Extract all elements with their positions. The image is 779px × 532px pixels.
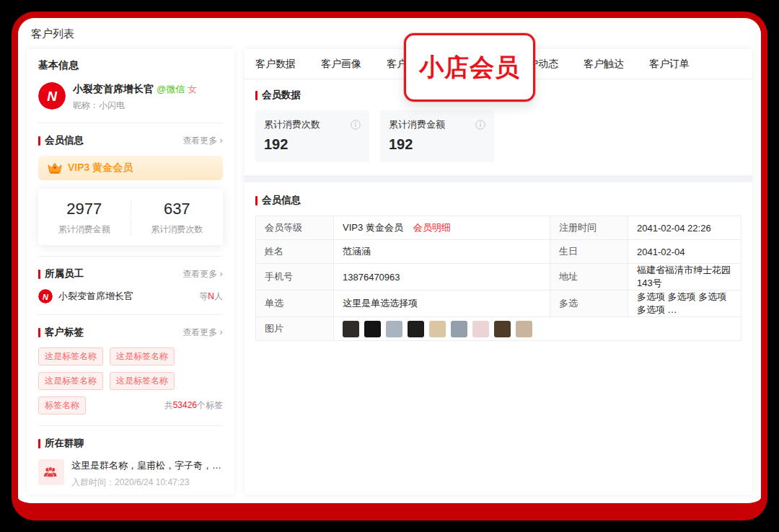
tags-view-more-link[interactable]: 查看更多 › xyxy=(182,327,223,339)
staff-count-suffix: 人 xyxy=(214,291,223,301)
phone-label: 手机号 xyxy=(256,264,334,291)
photo-thumbnail[interactable] xyxy=(516,321,532,337)
customer-identity: 小裂变首席增长官@微信女 昵称：小闪电 xyxy=(73,82,197,112)
tags-title: 客户标签 xyxy=(45,326,84,339)
customer-tag[interactable]: 标签名称 xyxy=(38,396,86,414)
multi-select-label: 多选 xyxy=(550,291,628,317)
tab-customer-data[interactable]: 客户数据 xyxy=(255,58,296,71)
photo-thumbnail[interactable] xyxy=(364,321,381,337)
view-more-label: 查看更多 xyxy=(182,268,217,280)
info-icon[interactable] xyxy=(475,120,485,130)
group-chat-item[interactable]: 这里是群名称，皇甫松，字子奇，自号… 入群时间：2020/6/24 10:47:… xyxy=(38,459,223,489)
consume-amount-card: 累计消费金额 192 xyxy=(380,110,494,162)
section-accent-bar xyxy=(255,196,258,205)
tab-customer-portrait[interactable]: 客户画像 xyxy=(321,58,361,71)
register-time-label: 注册时间 xyxy=(550,216,628,240)
member-detail-link[interactable]: 会员明细 xyxy=(413,222,451,233)
member-stats-card: 2977 累计消费金额 637 累计消费次数 xyxy=(38,189,223,245)
multi-select-value: 多选项 多选项 多选项 多选项 … xyxy=(628,291,741,317)
staff-item[interactable]: N 小裂变首席增长官 等N人 xyxy=(38,289,223,303)
stat-value: 637 xyxy=(131,200,224,218)
customer-tag[interactable]: 这是标签名称 xyxy=(110,372,175,390)
consume-amount-value: 192 xyxy=(389,136,485,153)
member-data-title: 会员数据 xyxy=(262,89,301,102)
section-accent-bar xyxy=(38,136,40,146)
customer-profile: N 小裂变首席增长官@微信女 昵称：小闪电 xyxy=(38,82,223,112)
photo-thumbnail[interactable] xyxy=(429,321,446,337)
staff-count: 等N人 xyxy=(199,291,223,303)
divider xyxy=(38,425,223,426)
consume-times-value: 192 xyxy=(264,136,361,153)
tab-customer-orders[interactable]: 客户订单 xyxy=(649,58,690,71)
name-label: 姓名 xyxy=(256,240,334,264)
section-accent-bar xyxy=(38,270,40,279)
table-row: 单选 这里是单选选择项 多选 多选项 多选项 多选项 多选项 … xyxy=(256,291,741,317)
customer-nickname: 昵称：小闪电 xyxy=(73,99,197,112)
photo-thumbnail[interactable] xyxy=(343,321,359,337)
section-accent-bar xyxy=(255,91,258,100)
app-window: 客户列表 基本信息 N 小裂变首席增长官@微信女 昵称：小闪电 xyxy=(18,18,761,503)
staff-view-more-link[interactable]: 查看更多 › xyxy=(182,268,223,280)
member-table-section-header: 会员信息 xyxy=(255,194,741,207)
vip-level-card: VIP3 黄金会员 xyxy=(38,156,223,180)
table-row: 会员等级 VIP3 黄金会员会员明细 注册时间 2041-02-04 22:26 xyxy=(256,216,741,240)
chevron-right-icon: › xyxy=(219,327,223,337)
staff-name: 小裂变首席增长官 xyxy=(58,290,133,303)
member-level-text: VIP3 黄金会员 xyxy=(343,222,403,233)
gender-label: 女 xyxy=(188,84,197,94)
customer-name: 小裂变首席增长官 xyxy=(73,83,154,94)
view-more-label: 查看更多 xyxy=(182,135,217,147)
chevron-right-icon: › xyxy=(219,136,223,146)
svg-text:N: N xyxy=(43,293,49,301)
vip-level-label: VIP3 黄金会员 xyxy=(68,161,133,174)
tags-list: 这是标签名称 这是标签名称 这是标签名称 这是标签名称 标签名称 共53426个… xyxy=(38,347,223,414)
address-value: 福建省福清市绅士花园143号 xyxy=(628,264,741,291)
group-name: 这里是群名称，皇甫松，字子奇，自号… xyxy=(71,459,221,472)
birthday-label: 生日 xyxy=(550,240,628,264)
photo-thumbnail[interactable] xyxy=(494,321,511,337)
customer-detail-panel: 客户数据 客户画像 客户资料 小店会员 客户动态 客户触达 客户订单 会员数据 xyxy=(245,49,752,495)
section-accent-bar xyxy=(38,328,40,337)
member-info-section-header: 会员信息 查看更多 › xyxy=(38,134,223,147)
tags-total-number: 53426 xyxy=(173,400,197,410)
stat-total-times: 637 累计消费次数 xyxy=(131,200,224,236)
info-icon[interactable] xyxy=(351,120,361,130)
tags-total-prefix: 共 xyxy=(164,400,173,410)
single-select-value: 这里是单选选择项 xyxy=(334,291,550,317)
tags-total-suffix: 个标签 xyxy=(197,400,223,410)
image-thumbnails xyxy=(343,321,732,337)
group-chat-info: 这里是群名称，皇甫松，字子奇，自号… 入群时间：2020/6/24 10:47:… xyxy=(71,459,221,489)
divider xyxy=(38,123,223,123)
photo-thumbnail[interactable] xyxy=(451,321,467,337)
groups-title: 所在群聊 xyxy=(45,437,84,450)
member-info-title: 会员信息 xyxy=(45,134,84,147)
divider xyxy=(38,314,223,315)
customer-tag[interactable]: 这是标签名称 xyxy=(38,372,103,390)
groups-section-header: 所在群聊 xyxy=(38,437,223,450)
customer-tag[interactable]: 这是标签名称 xyxy=(38,347,103,365)
group-join-time: 入群时间：2020/6/24 10:47:23 xyxy=(71,476,221,489)
images-label: 图片 xyxy=(256,317,334,341)
address-label: 地址 xyxy=(550,264,628,291)
photo-thumbnail[interactable] xyxy=(472,321,489,337)
page-title: 客户列表 xyxy=(18,18,761,49)
stat-value: 2977 xyxy=(38,200,131,218)
birthday-value: 2041-02-04 xyxy=(628,240,741,264)
member-info-view-more-link[interactable]: 查看更多 › xyxy=(182,135,223,147)
table-row: 姓名 范涵涵 生日 2041-02-04 xyxy=(256,240,741,264)
staff-title: 所属员工 xyxy=(45,267,84,280)
tab-customer-reach[interactable]: 客户触达 xyxy=(584,58,624,71)
photo-thumbnail[interactable] xyxy=(386,321,402,337)
consume-amount-label: 累计消费金额 xyxy=(389,118,445,131)
customer-sidebar: 基本信息 N 小裂变首席增长官@微信女 昵称：小闪电 xyxy=(27,49,234,495)
join-time-value: 2020/6/24 10:47:23 xyxy=(115,477,189,487)
table-row: 图片 xyxy=(256,317,741,341)
photo-thumbnail[interactable] xyxy=(408,321,424,337)
phone-value: 13876470963 xyxy=(334,264,550,291)
section-separator xyxy=(245,175,752,182)
customer-tag[interactable]: 这是标签名称 xyxy=(110,347,175,365)
staff-section-header: 所属员工 查看更多 › xyxy=(38,267,223,280)
consume-times-card: 累计消费次数 192 xyxy=(255,110,369,162)
customer-avatar: N xyxy=(38,82,66,110)
staff-count-prefix: 等 xyxy=(199,291,208,301)
